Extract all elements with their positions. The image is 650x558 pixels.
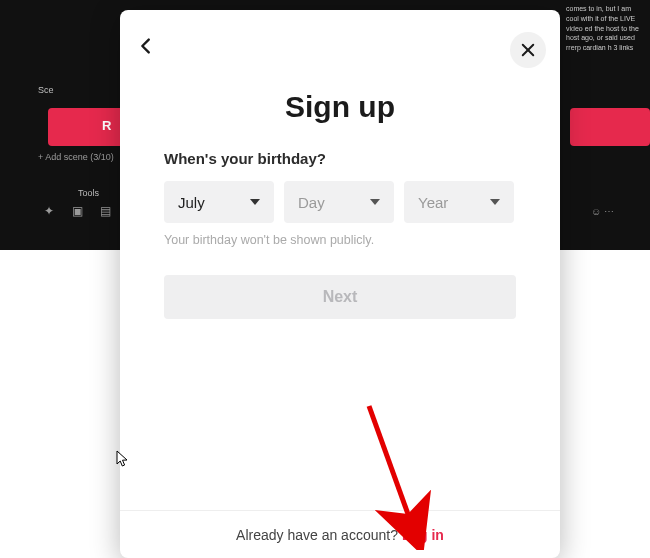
chevron-left-icon (135, 35, 157, 57)
login-link[interactable]: Log in (402, 527, 444, 543)
add-scene-link[interactable]: + Add scene (3/10) (38, 152, 114, 162)
record-button-bg[interactable]: R (48, 108, 128, 146)
signup-form: When's your birthday? July Day Year Your… (120, 150, 560, 510)
next-button[interactable]: Next (164, 275, 516, 319)
footer-text: Already have an account? (236, 527, 398, 543)
birthday-privacy-hint: Your birthday won't be shown publicly. (164, 233, 516, 247)
chevron-down-icon (490, 199, 500, 205)
year-select[interactable]: Year (404, 181, 514, 223)
emoji-icon[interactable]: ☺ ⋯ (591, 206, 614, 217)
sparkle-icon[interactable]: ✦ (44, 204, 60, 220)
birthday-question: When's your birthday? (164, 150, 516, 167)
right-pink-button-bg[interactable] (570, 108, 650, 146)
scenes-label: Sce (38, 85, 54, 95)
close-icon (519, 41, 537, 59)
layout-icon[interactable]: ▤ (100, 204, 116, 220)
chevron-down-icon (370, 199, 380, 205)
month-select-value: July (178, 194, 205, 211)
record-button-label: R (102, 118, 111, 133)
modal-footer: Already have an account? Log in (120, 510, 560, 558)
camera-icon[interactable]: ▣ (72, 204, 88, 220)
month-select[interactable]: July (164, 181, 274, 223)
chevron-down-icon (250, 199, 260, 205)
modal-topbar (120, 10, 560, 68)
back-button[interactable] (130, 30, 162, 62)
day-select[interactable]: Day (284, 181, 394, 223)
close-button[interactable] (510, 32, 546, 68)
tools-heading: Tools (78, 188, 99, 198)
background-chat-text: comes to in, but I am cool with it of th… (560, 0, 650, 57)
signup-modal: Sign up When's your birthday? July Day Y… (120, 10, 560, 558)
year-select-placeholder: Year (418, 194, 448, 211)
birthday-selects-row: July Day Year (164, 181, 516, 223)
day-select-placeholder: Day (298, 194, 325, 211)
modal-title: Sign up (120, 90, 560, 124)
